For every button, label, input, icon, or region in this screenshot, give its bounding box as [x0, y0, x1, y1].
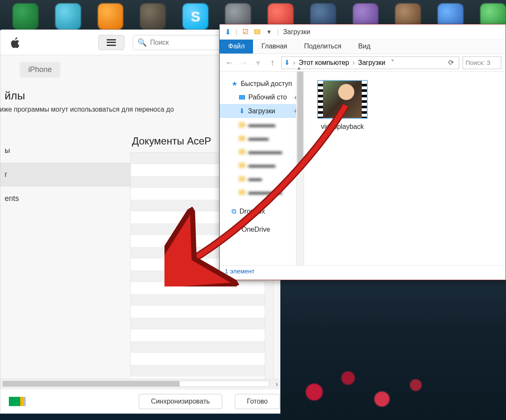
tree-item-blurred[interactable]: ▬▬: [220, 172, 304, 185]
search-placeholder: Поиск: [150, 39, 169, 46]
search-placeholder: Поиск: З: [466, 59, 490, 66]
nav-history-icon[interactable]: ▾: [253, 58, 264, 68]
tree-downloads[interactable]: ⬇ Загрузки 📌: [220, 104, 304, 118]
search-icon: 🔍: [137, 38, 147, 47]
checkbox-icon: ☑: [242, 28, 249, 36]
explorer-content-area[interactable]: videoplayback: [304, 72, 506, 265]
ribbon-tab-share[interactable]: Поделиться: [296, 40, 350, 54]
explorer-statusbar: 1 элемент: [220, 265, 506, 277]
download-arrow-icon: ⬇: [239, 107, 245, 115]
status-item-count: 1 элемент: [225, 268, 255, 275]
nav-up-icon[interactable]: ↑: [267, 58, 278, 67]
apple-logo-icon: [9, 36, 22, 49]
done-button[interactable]: Готово: [235, 394, 280, 409]
explorer-tree: ★ Быстрый доступ Рабочий сто 📌 ⬇ Загрузк…: [220, 72, 304, 265]
tree-item-blurred[interactable]: ▬▬▬▬: [220, 158, 304, 172]
dock-icon: S: [183, 3, 208, 29]
chevron-right-icon: ›: [293, 59, 295, 67]
file-explorer-window: ⬇ | ☑ ▾ | Загрузки Файл Главная Поделить…: [219, 24, 506, 280]
nav-forward-icon[interactable]: →: [238, 58, 249, 67]
onedrive-icon: ☁: [231, 225, 238, 233]
storage-usage-bar: [9, 397, 26, 406]
dock-icon: [55, 3, 81, 29]
ribbon-tab-file[interactable]: Файл: [220, 40, 253, 54]
window-title: Загрузки: [283, 28, 310, 36]
desktop-wallpaper: [280, 280, 506, 420]
video-thumbnail: [317, 80, 368, 119]
chevron-right-icon: ›: [353, 59, 355, 67]
device-tab-iphone[interactable]: iPhone: [20, 62, 60, 78]
desktop-icon: [239, 95, 245, 99]
explorer-navbar: ← → ▾ ↑ ⬇ › Этот компьютер › Загрузки ˅ …: [220, 54, 506, 72]
tree-item-blurred[interactable]: ▬▬▬: [220, 131, 304, 145]
itunes-action-bar: Синхронизировать Готово: [0, 389, 280, 413]
folder-icon: [253, 28, 261, 36]
explorer-search-input[interactable]: Поиск: З: [463, 56, 501, 69]
breadcrumb-current[interactable]: Загрузки: [358, 59, 385, 67]
dock-icon: [13, 3, 38, 29]
nav-back-icon[interactable]: ←: [224, 58, 235, 67]
tree-dropbox[interactable]: ⧉ Dropbox: [220, 205, 304, 218]
ribbon-tab-view[interactable]: Вид: [350, 40, 379, 54]
explorer-titlebar[interactable]: ⬇ | ☑ ▾ | Загрузки: [220, 24, 506, 40]
tree-scrollbar[interactable]: ▴: [296, 72, 304, 265]
tree-quick-access[interactable]: ★ Быстрый доступ: [220, 77, 304, 91]
address-dropdown-icon[interactable]: ˅: [389, 59, 396, 67]
file-name-label: videoplayback: [315, 123, 370, 131]
tree-item-blurred[interactable]: ▬▬▬▬▬: [220, 185, 304, 199]
tree-item-blurred[interactable]: ▬▬▬▬: [220, 118, 304, 131]
breadcrumb-root[interactable]: Этот компьютер: [299, 59, 349, 67]
explorer-ribbon: Файл Главная Поделиться Вид: [220, 40, 506, 54]
download-arrow-icon: ⬇: [284, 59, 290, 67]
dropbox-icon: ⧉: [231, 208, 236, 215]
download-arrow-icon: ⬇: [224, 28, 231, 36]
scroll-up-icon[interactable]: ▴: [298, 65, 300, 71]
dock-icon: [98, 3, 124, 29]
ribbon-tab-home[interactable]: Главная: [253, 40, 296, 54]
horizontal-scrollbar[interactable]: ›: [0, 379, 280, 388]
dropdown-icon[interactable]: ▾: [265, 28, 273, 36]
documents-panel-title: Документы AceP: [132, 135, 211, 147]
list-icon: [107, 39, 116, 46]
dock-icon: [140, 3, 166, 29]
tree-desktop[interactable]: Рабочий сто 📌: [220, 91, 304, 104]
refresh-icon[interactable]: ⟳: [445, 59, 456, 67]
scroll-right-icon[interactable]: ›: [276, 380, 278, 388]
file-item-video[interactable]: videoplayback: [315, 80, 370, 131]
view-mode-button[interactable]: [98, 35, 124, 50]
tree-onedrive[interactable]: ☁ OneDrive: [220, 222, 304, 236]
star-icon: ★: [231, 80, 237, 88]
tree-item-blurred[interactable]: ▬▬▬▬▬: [220, 145, 304, 158]
address-bar[interactable]: ⬇ › Этот компьютер › Загрузки ˅ ⟳: [281, 56, 459, 69]
sync-button[interactable]: Синхронизировать: [139, 394, 222, 409]
